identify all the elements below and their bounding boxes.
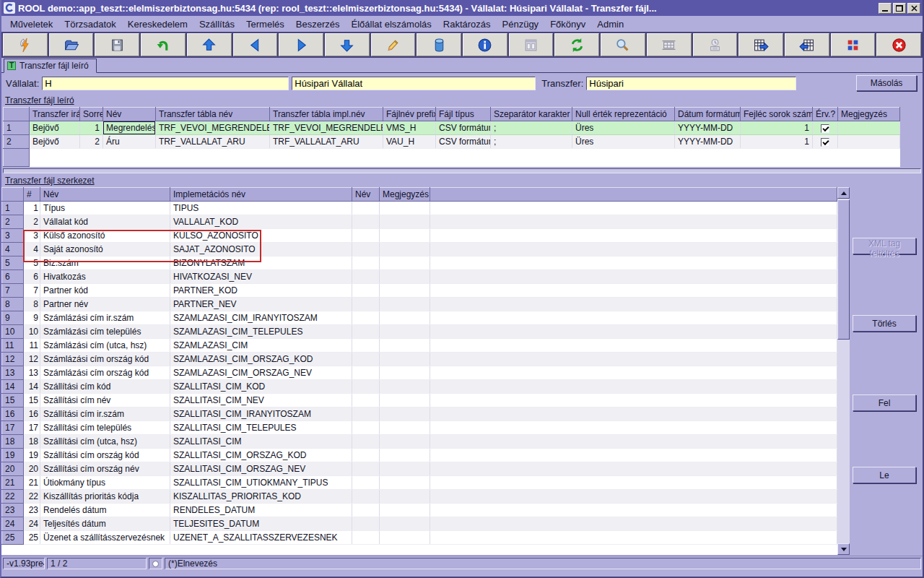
cell[interactable] (352, 215, 380, 229)
row-header[interactable]: 23 (2, 504, 24, 517)
cell[interactable] (352, 284, 380, 298)
cell[interactable]: 22 (24, 490, 40, 504)
row-header[interactable]: 24 (2, 517, 24, 531)
cell[interactable] (103, 149, 156, 167)
cell[interactable]: Szállítási cím ir.szám (40, 407, 170, 421)
cell[interactable] (813, 135, 838, 149)
menu-item[interactable]: Beszerzés (290, 17, 346, 32)
cell[interactable]: 8 (24, 298, 40, 311)
cell[interactable]: PARTNER_NEV (170, 298, 352, 311)
cell[interactable]: Rendelés dátum (40, 504, 170, 517)
row-header[interactable]: 3 (2, 229, 24, 243)
cell[interactable]: Áru (103, 135, 156, 149)
row-header[interactable]: 10 (2, 325, 24, 339)
cell[interactable]: TRF_VALLALAT_ARU (156, 135, 270, 149)
last-record-icon[interactable] (325, 33, 370, 56)
cell[interactable] (380, 435, 430, 449)
menu-item[interactable]: Termelés (240, 17, 290, 32)
cell[interactable]: 20 (24, 462, 40, 476)
cell[interactable]: UZENET_A_SZALLITASSZERVEZESNEK (170, 531, 352, 545)
cell[interactable] (430, 298, 837, 311)
form-window-icon[interactable] (509, 33, 554, 56)
cell[interactable] (572, 149, 675, 167)
transzfer-field[interactable] (586, 77, 796, 90)
cell[interactable]: 25 (24, 531, 40, 545)
search-icon[interactable] (601, 33, 645, 56)
column-header[interactable]: Fájlnév prefix (383, 108, 436, 121)
row-header[interactable]: 7 (2, 284, 24, 298)
scroll-up-button[interactable] (837, 187, 850, 199)
cell[interactable] (380, 215, 430, 229)
cell[interactable] (430, 504, 837, 517)
cell[interactable] (436, 149, 491, 167)
cell[interactable] (380, 202, 430, 215)
cell[interactable]: 2 (24, 215, 40, 229)
cell[interactable]: Saját azonosító (40, 243, 170, 256)
cell[interactable] (430, 449, 837, 462)
cell[interactable]: KISZALLITAS_PRIORITAS_KOD (170, 490, 352, 504)
row-header[interactable]: 9 (2, 311, 24, 325)
scrollbar-thumb[interactable] (837, 199, 850, 340)
scroll-down-button[interactable] (837, 543, 850, 555)
cell[interactable]: 1 (741, 121, 813, 135)
calculator-clock-icon[interactable] (693, 33, 738, 56)
cell[interactable] (80, 149, 103, 167)
cell[interactable]: 3 (24, 229, 40, 243)
cell[interactable]: 18 (24, 435, 40, 449)
column-header[interactable]: Dátum formátum (675, 108, 741, 121)
cell[interactable] (675, 149, 741, 167)
row-header[interactable]: 25 (2, 531, 24, 545)
cell[interactable] (352, 449, 380, 462)
row-header[interactable]: 1 (2, 202, 24, 215)
cell[interactable] (270, 149, 383, 167)
row-header[interactable]: 18 (2, 435, 24, 449)
fel-button[interactable]: Fel (853, 394, 916, 411)
cell[interactable] (352, 490, 380, 504)
cell[interactable]: YYYY-MM-DD (675, 121, 741, 135)
database-icon[interactable] (417, 33, 461, 56)
cell[interactable]: SZALLITASI_CIM (170, 435, 352, 449)
cell[interactable] (352, 531, 380, 545)
cell[interactable] (813, 149, 838, 167)
cell[interactable] (30, 149, 80, 167)
menu-item[interactable]: Admin (591, 17, 629, 32)
cell[interactable]: SZAMLAZASI_CIM_IRANYITOSZAM (170, 311, 352, 325)
row-header[interactable]: 2 (4, 135, 30, 149)
column-header[interactable]: Érv.? (813, 108, 838, 121)
cell[interactable]: 6 (24, 270, 40, 284)
cell[interactable]: ; (491, 135, 572, 149)
cell[interactable]: 1 (24, 202, 40, 215)
row-header[interactable]: 13 (2, 366, 24, 380)
cell[interactable]: TRF_VEVOI_MEGRENDELES (270, 121, 383, 135)
cell[interactable] (352, 366, 380, 380)
cell[interactable] (380, 325, 430, 339)
cell[interactable]: TIPUS (170, 202, 352, 215)
cell[interactable]: VMS_H (383, 121, 436, 135)
cell[interactable] (430, 284, 837, 298)
row-header[interactable]: 6 (2, 270, 24, 284)
previous-record-icon[interactable] (233, 33, 278, 56)
cell[interactable]: Számlázási cím ország kód (40, 366, 170, 380)
cell[interactable] (352, 504, 380, 517)
cell[interactable]: Szállítási cím település (40, 421, 170, 435)
column-header[interactable]: Fájl típus (436, 108, 491, 121)
cell[interactable] (380, 504, 430, 517)
cell[interactable]: Üres (572, 135, 675, 149)
cell[interactable] (380, 270, 430, 284)
cell[interactable] (430, 229, 837, 243)
undo-icon[interactable] (141, 33, 186, 56)
save-icon[interactable] (95, 33, 139, 56)
cell[interactable] (430, 311, 837, 325)
cell[interactable]: SZALLITASI_CIM_KOD (170, 380, 352, 394)
cell[interactable] (352, 243, 380, 256)
cell[interactable] (838, 135, 900, 149)
cell[interactable]: Szállítási cím ország kód (40, 449, 170, 462)
column-header[interactable]: Transzfer irány (30, 108, 80, 121)
cell[interactable] (430, 339, 837, 353)
cell[interactable]: TELJESITES_DATUM (170, 517, 352, 531)
cell[interactable]: SZALLITASI_CIM_IRANYITOSZAM (170, 407, 352, 421)
cell[interactable] (352, 311, 380, 325)
cell[interactable] (352, 394, 380, 407)
menu-item[interactable]: Főkönyv (544, 17, 591, 32)
cell[interactable]: Partner név (40, 298, 170, 311)
